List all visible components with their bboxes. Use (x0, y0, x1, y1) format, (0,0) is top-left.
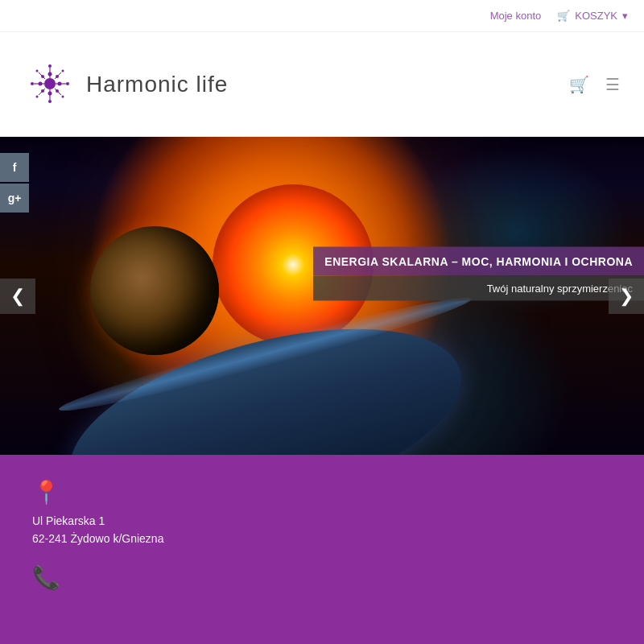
svg-line-23 (39, 89, 45, 95)
svg-line-22 (55, 72, 61, 79)
header-actions: 🛒 ☰ (569, 75, 620, 94)
hero-slider: f g+ ❮ ❯ ENERGIA SKALARNA – MOC, HARMONI… (0, 137, 644, 455)
svg-point-11 (31, 82, 34, 85)
cart-area[interactable]: 🛒 KOSZYK ▾ (557, 10, 628, 22)
planet-element (90, 226, 219, 355)
svg-point-0 (44, 78, 56, 89)
svg-point-13 (36, 70, 39, 72)
location-icon: 📍 (32, 479, 612, 506)
svg-line-24 (55, 89, 61, 95)
facebook-icon: f (13, 161, 17, 174)
slider-overlay: ENERGIA SKALARNA – MOC, HARMONIA I OCHRO… (313, 246, 644, 300)
svg-point-15 (36, 96, 39, 98)
svg-point-9 (48, 64, 52, 68)
facebook-button[interactable]: f (0, 153, 29, 182)
svg-line-21 (39, 72, 45, 79)
svg-point-14 (62, 70, 64, 72)
googleplus-button[interactable]: g+ (0, 184, 29, 213)
menu-icon[interactable]: ☰ (605, 75, 620, 94)
top-bar: Moje konto 🛒 KOSZYK ▾ (0, 0, 644, 32)
phone-block: 📞 (32, 564, 612, 591)
social-buttons: f g+ (0, 153, 29, 213)
header: Harmonic life 🛒 ☰ (0, 32, 644, 137)
my-account-link[interactable]: Moje konto (490, 10, 542, 22)
cart-header-icon[interactable]: 🛒 (569, 75, 589, 94)
footer-contact: 📍 Ul Piekarska 1 62-241 Żydowo k/Gniezna… (0, 455, 644, 644)
googleplus-icon: g+ (8, 192, 22, 204)
cart-icon-top: 🛒 (557, 10, 570, 22)
address-block: 📍 Ul Piekarska 1 62-241 Żydowo k/Gniezna (32, 479, 612, 548)
logo-star-icon (24, 58, 76, 110)
slider-prev-button[interactable]: ❮ (0, 279, 35, 314)
svg-point-12 (66, 82, 69, 85)
address-line2: 62-241 Żydowo k/Gniezna (32, 530, 612, 547)
svg-point-16 (62, 96, 64, 98)
logo-text: Harmonic life (86, 72, 228, 97)
cart-label: KOSZYK (575, 10, 617, 22)
svg-point-10 (48, 100, 52, 103)
slider-subtitle: Twój naturalny sprzymierzeniec (313, 275, 644, 300)
phone-icon: 📞 (32, 564, 612, 591)
slider-title: ENERGIA SKALARNA – MOC, HARMONIA I OCHRO… (313, 246, 644, 275)
logo-area[interactable]: Harmonic life (24, 58, 228, 110)
slider-next-button[interactable]: ❯ (609, 279, 644, 314)
chevron-down-icon: ▾ (622, 10, 628, 22)
address-line1: Ul Piekarska 1 (32, 512, 612, 530)
